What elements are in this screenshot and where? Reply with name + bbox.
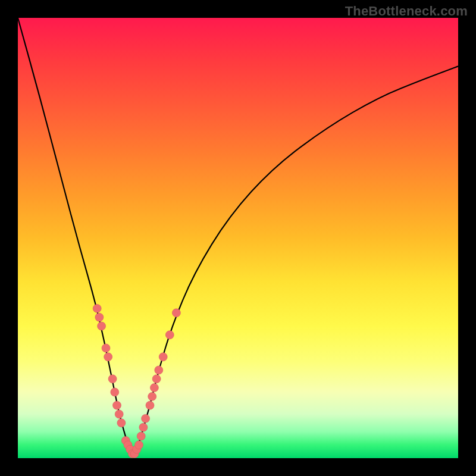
sample-point [155,366,163,374]
sample-point [115,410,123,418]
sample-point [111,388,119,396]
sample-point [135,441,143,449]
sample-point [150,384,158,392]
watermark-text: TheBottleneck.com [345,4,468,19]
sample-point [108,375,117,383]
sample-point [102,344,110,352]
sample-point [159,353,167,361]
sample-point [172,309,180,317]
sample-point [142,414,150,422]
sample-point [152,375,161,383]
sample-point [104,353,112,361]
sample-point [113,401,121,409]
sample-point [137,432,145,440]
bottleneck-curve [18,18,458,452]
sample-points-group [93,304,180,458]
sample-point [139,423,148,431]
outer-frame: TheBottleneck.com [0,0,476,476]
sample-point [117,419,126,427]
sample-point [93,304,101,312]
sample-point [165,331,174,339]
sample-point [146,401,154,409]
sample-point [148,392,156,400]
chart-overlay [18,18,458,458]
sample-point [98,322,106,330]
sample-point [95,313,104,321]
